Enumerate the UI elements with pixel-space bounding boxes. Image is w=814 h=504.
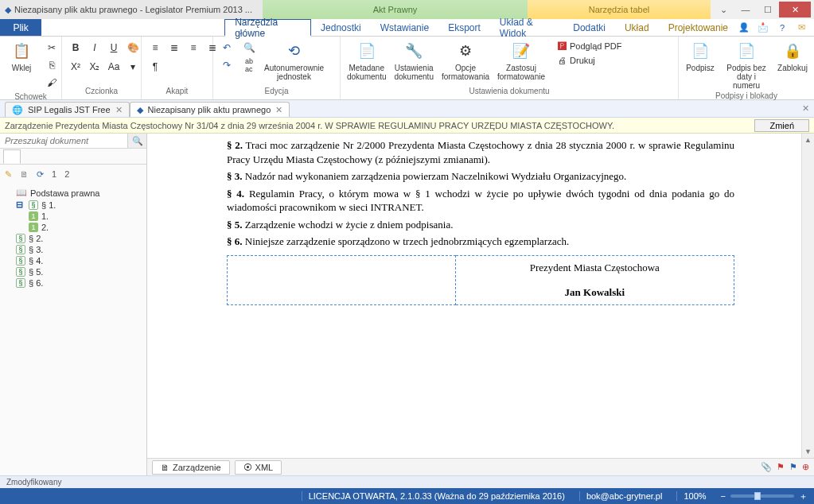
document-tree[interactable]: 📖Podstawa prawna ⊟§§ 1. 11. 12. §§ 2. §§…	[0, 184, 146, 475]
doc-tab-niezapisany[interactable]: ◆ Niezapisany plik aktu prawnego ✕	[130, 102, 290, 117]
flag-plus-icon[interactable]: ⊕	[802, 462, 809, 472]
replace-button[interactable]: abac	[240, 57, 258, 73]
tree-s3[interactable]: §§ 3.	[16, 244, 143, 255]
find-button[interactable]: 🔍	[240, 40, 258, 56]
zoom-control[interactable]: − ＋	[721, 490, 808, 502]
pilcrow-button[interactable]: ¶	[146, 59, 164, 75]
superscript-button[interactable]: X²	[67, 59, 84, 75]
minimize-button[interactable]: —	[734, 2, 757, 17]
tree-s5[interactable]: §§ 5.	[16, 266, 143, 277]
apply-format-button[interactable]: 📝Zastosuj formatowanie	[494, 38, 548, 83]
tab-dodatki[interactable]: Dodatki	[563, 19, 615, 36]
tree-s1-2[interactable]: 12.	[29, 222, 143, 233]
attachment-icon[interactable]: 📎	[761, 462, 772, 472]
sig-cell-right[interactable]: Prezydent Miasta Częstochowa Jan Kowalsk…	[455, 255, 734, 304]
doc-icon[interactable]: 🗎	[20, 169, 29, 179]
user-icon[interactable]: 👤	[738, 21, 750, 34]
align-right-button[interactable]: ≡	[185, 40, 202, 56]
lock-button[interactable]: 🔒Zablokuj	[774, 38, 811, 74]
bold-button[interactable]: B	[67, 40, 84, 56]
tab-eksport[interactable]: Eksport	[438, 19, 490, 36]
tree-s2[interactable]: §§ 2.	[16, 233, 143, 244]
signature-table[interactable]: Prezydent Miasta Częstochowa Jan Kowalsk…	[227, 255, 734, 305]
align-center-button[interactable]: ≣	[166, 40, 183, 56]
sign-button[interactable]: 📄Podpisz	[682, 38, 719, 74]
tree-s4[interactable]: §§ 4.	[16, 255, 143, 266]
refresh-icon[interactable]: ⟳	[37, 169, 44, 180]
format-options-button[interactable]: ⚙Opcje formatowania	[438, 38, 493, 83]
printer-icon: 🖨	[558, 56, 567, 65]
print-button[interactable]: 🖨Drukuj	[555, 54, 625, 67]
flag-blue-icon[interactable]: ⚑	[789, 462, 797, 472]
search-button[interactable]: 🔍	[127, 134, 146, 148]
underline-button[interactable]: U	[105, 40, 123, 56]
wand-icon[interactable]: ✎	[5, 169, 12, 180]
settings-button[interactable]: 🔧Ustawienia dokumentu	[391, 38, 436, 83]
title-center: Akt Prawny	[263, 0, 528, 19]
maximize-button[interactable]: ☐	[757, 2, 779, 17]
italic-button[interactable]: I	[86, 40, 103, 56]
autonumber-button[interactable]: ⟲ Autonumerownie jednostek	[261, 38, 327, 83]
gear-icon: ⚙	[454, 40, 477, 62]
search-input[interactable]	[0, 134, 127, 148]
zoom-out-icon[interactable]: −	[721, 491, 726, 501]
tree-s1[interactable]: ⊟§§ 1.	[16, 199, 143, 211]
copy-button[interactable]: ⎘	[43, 57, 60, 73]
tab-wstawianie[interactable]: Wstawianie	[371, 19, 438, 36]
tree-root[interactable]: 📖Podstawa prawna	[16, 187, 143, 199]
scroll-down-icon[interactable]: ▼	[802, 445, 814, 458]
tab-uklad-widok[interactable]: Układ & Widok	[490, 19, 563, 36]
metadata-button[interactable]: 📄Metadane dokumentu	[344, 38, 389, 83]
bottom-tab-zarzadzenie[interactable]: 🗎Zarządzenie	[152, 460, 230, 475]
page-2[interactable]: 2	[64, 169, 69, 179]
file-tab[interactable]: Plik	[0, 19, 41, 36]
case-button[interactable]: Aa	[105, 59, 123, 75]
font-dropdown[interactable]: ▾	[124, 59, 142, 75]
sig-cell-left[interactable]	[228, 255, 456, 304]
mail-icon[interactable]: 📩	[757, 21, 769, 34]
font-color-button[interactable]: 🎨	[124, 40, 142, 56]
envelope-icon[interactable]: ✉	[795, 21, 808, 34]
tabs-close-all-icon[interactable]: ✕	[802, 103, 809, 114]
expand-icon[interactable]: ⊟	[16, 200, 25, 210]
paste-button[interactable]: 📋 Wklej	[3, 38, 40, 74]
tab-narzedzia-glowne[interactable]: Narzędzia główne	[224, 19, 311, 37]
tree-toolbar: ✎ 🗎 ⟳ 1 2	[0, 165, 146, 184]
format-painter-button[interactable]: 🖌	[43, 75, 60, 91]
help-icon[interactable]: ?	[776, 21, 789, 34]
tab-jednostki[interactable]: Jednostki	[311, 19, 371, 36]
cut-button[interactable]: ✂	[43, 40, 60, 56]
zoom-value: 100%	[676, 491, 712, 501]
sign-nodate-button[interactable]: 📄Podpis bez daty i numeru	[720, 38, 773, 91]
nav-tab[interactable]	[3, 149, 21, 164]
vertical-scrollbar[interactable]: ▲ ▼	[801, 134, 814, 458]
doc-tab-legalis[interactable]: 🌐 SIP Legalis JST Free ✕	[5, 102, 130, 117]
tab-close-icon[interactable]: ✕	[275, 105, 282, 115]
undo-button[interactable]: ↶	[218, 40, 236, 56]
tab-close-icon[interactable]: ✕	[115, 105, 123, 115]
align-left-button[interactable]: ≡	[146, 40, 164, 56]
flag-red-icon[interactable]: ⚑	[777, 462, 785, 472]
zoom-thumb[interactable]	[754, 492, 761, 500]
info-text: Zarządzenie Prezydenta Miasta Częstochow…	[5, 121, 614, 130]
btab-label: Zarządzenie	[173, 463, 221, 472]
subscript-button[interactable]: X₂	[86, 59, 103, 75]
change-button[interactable]: Zmień	[754, 119, 809, 132]
apply-icon: 📝	[510, 40, 532, 62]
bottom-tab-xml[interactable]: ⦿XML	[235, 460, 282, 475]
zoom-slider[interactable]	[730, 494, 794, 498]
page-1[interactable]: 1	[52, 169, 56, 179]
tab-uklad[interactable]: Układ	[615, 19, 659, 36]
redo-button[interactable]: ↷	[218, 57, 236, 73]
scroll-up-icon[interactable]: ▲	[802, 134, 814, 146]
tree-s6[interactable]: §§ 6.	[16, 277, 143, 289]
pdf-preview-button[interactable]: 🅿Podgląd PDF	[555, 40, 625, 52]
tree-s1-1[interactable]: 11.	[29, 211, 143, 222]
doc-icon: 🗎	[161, 463, 169, 472]
document-editor[interactable]: § 2. Traci moc zarządzenie Nr 2/2000 Pre…	[147, 134, 814, 458]
ribbon-collapse-icon[interactable]: ⌄	[712, 2, 734, 17]
tab-projektowanie[interactable]: Projektowanie	[659, 19, 738, 36]
section-icon: §	[16, 278, 25, 288]
close-button[interactable]: ✕	[779, 2, 811, 17]
zoom-in-icon[interactable]: ＋	[799, 490, 808, 502]
